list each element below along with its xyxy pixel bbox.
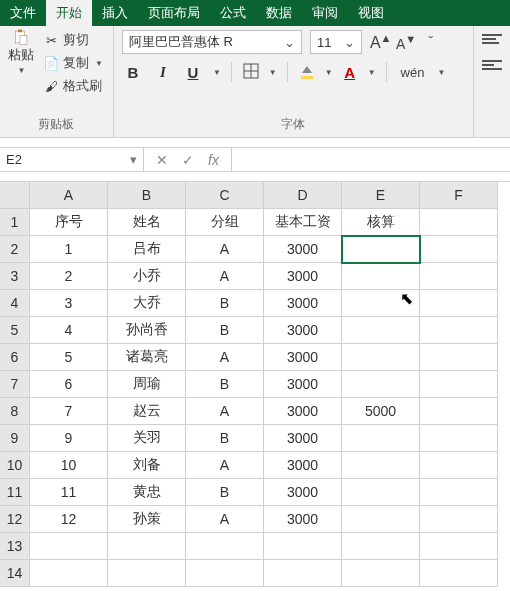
row-header[interactable]: 6 [0, 344, 30, 371]
row-header[interactable]: 3 [0, 263, 30, 290]
paste-label[interactable]: 粘贴 [8, 46, 34, 64]
cell[interactable]: 3000 [264, 344, 342, 371]
sheet-grid[interactable]: A B C D E F 1 序号 姓名 分组 基本工资 核算 2 1 吕布 A … [0, 182, 510, 587]
fx-icon[interactable]: fx [208, 152, 219, 168]
cell[interactable] [342, 452, 420, 479]
row-header[interactable]: 4 [0, 290, 30, 317]
cell[interactable] [420, 263, 498, 290]
font-color-button[interactable]: A [341, 64, 359, 81]
cell[interactable]: 3000 [264, 371, 342, 398]
cell[interactable]: 吕布 [108, 236, 186, 263]
row-header[interactable]: 11 [0, 479, 30, 506]
collapse-ribbon-icon[interactable]: ˇ [422, 34, 440, 50]
cell[interactable] [264, 560, 342, 587]
cell[interactable]: 2 [30, 263, 108, 290]
cell[interactable]: 分组 [186, 209, 264, 236]
name-box[interactable]: E2▾ [0, 148, 144, 172]
cell[interactable] [420, 479, 498, 506]
tab-home[interactable]: 开始 [46, 0, 92, 26]
cell[interactable]: B [186, 290, 264, 317]
phonetic-dropdown-icon[interactable]: ▼ [437, 68, 445, 77]
cell[interactable] [420, 371, 498, 398]
format-painter-button[interactable]: 🖌格式刷 [42, 76, 105, 96]
tab-view[interactable]: 视图 [348, 0, 394, 26]
border-dropdown-icon[interactable]: ▼ [269, 68, 277, 77]
italic-button[interactable]: I [152, 64, 174, 81]
row-header[interactable]: 14 [0, 560, 30, 587]
align-top-icon[interactable] [482, 34, 502, 50]
cell[interactable]: A [186, 236, 264, 263]
cell[interactable] [420, 506, 498, 533]
row-header[interactable]: 8 [0, 398, 30, 425]
cell[interactable]: 姓名 [108, 209, 186, 236]
cell[interactable] [420, 560, 498, 587]
cell[interactable]: B [186, 425, 264, 452]
bold-button[interactable]: B [122, 64, 144, 81]
cell[interactable] [420, 290, 498, 317]
col-header-c[interactable]: C [186, 182, 264, 209]
cell[interactable]: 5000 [342, 398, 420, 425]
cell[interactable]: A [186, 263, 264, 290]
cell[interactable] [342, 371, 420, 398]
cell[interactable] [420, 452, 498, 479]
cell[interactable]: 5 [30, 344, 108, 371]
cell[interactable] [30, 560, 108, 587]
cell[interactable]: 3000 [264, 425, 342, 452]
cell[interactable]: 孙尚香 [108, 317, 186, 344]
cell[interactable] [186, 533, 264, 560]
cell[interactable]: 4 [30, 317, 108, 344]
paste-icon[interactable] [14, 30, 28, 44]
tab-formula[interactable]: 公式 [210, 0, 256, 26]
cell[interactable]: B [186, 317, 264, 344]
cell[interactable] [108, 560, 186, 587]
cell[interactable]: 3000 [264, 263, 342, 290]
cell[interactable]: 3000 [264, 236, 342, 263]
cut-button[interactable]: ✂剪切 [42, 30, 105, 50]
cell[interactable] [342, 533, 420, 560]
copy-dropdown-icon[interactable]: ▼ [95, 59, 103, 68]
col-header-d[interactable]: D [264, 182, 342, 209]
underline-button[interactable]: U [182, 64, 204, 81]
cell[interactable] [420, 209, 498, 236]
cancel-formula-icon[interactable]: ✕ [156, 152, 168, 168]
row-header[interactable]: 5 [0, 317, 30, 344]
cell[interactable] [342, 560, 420, 587]
cell[interactable]: 7 [30, 398, 108, 425]
increase-font-icon[interactable]: A▲ [370, 32, 388, 52]
cell[interactable]: 9 [30, 425, 108, 452]
cell[interactable]: 关羽 [108, 425, 186, 452]
fill-color-dropdown-icon[interactable]: ▼ [325, 68, 333, 77]
row-header[interactable]: 1 [0, 209, 30, 236]
row-header[interactable]: 2 [0, 236, 30, 263]
cell[interactable]: 10 [30, 452, 108, 479]
cell[interactable] [186, 560, 264, 587]
cell[interactable]: 3000 [264, 398, 342, 425]
cell[interactable]: 核算 [342, 209, 420, 236]
cell[interactable]: A [186, 506, 264, 533]
cell[interactable] [420, 425, 498, 452]
border-button[interactable] [242, 63, 260, 82]
col-header-f[interactable]: F [420, 182, 498, 209]
cell[interactable] [342, 317, 420, 344]
cell[interactable]: 3000 [264, 506, 342, 533]
fill-color-button[interactable] [298, 63, 316, 82]
cell[interactable]: A [186, 398, 264, 425]
cell[interactable]: 赵云 [108, 398, 186, 425]
accept-formula-icon[interactable]: ✓ [182, 152, 194, 168]
cell[interactable] [420, 236, 498, 263]
col-header-a[interactable]: A [30, 182, 108, 209]
cell[interactable]: 1 [30, 236, 108, 263]
cell[interactable]: 大乔 [108, 290, 186, 317]
tab-layout[interactable]: 页面布局 [138, 0, 210, 26]
cell[interactable] [342, 290, 420, 317]
cell[interactable]: 序号 [30, 209, 108, 236]
cell[interactable]: 基本工资 [264, 209, 342, 236]
cell[interactable]: 小乔 [108, 263, 186, 290]
active-cell[interactable] [342, 236, 420, 263]
copy-button[interactable]: 📄复制▼ [42, 53, 105, 73]
cell[interactable] [30, 533, 108, 560]
cell[interactable]: B [186, 371, 264, 398]
cell[interactable]: 刘备 [108, 452, 186, 479]
col-header-b[interactable]: B [108, 182, 186, 209]
align-left-icon[interactable] [482, 60, 502, 76]
